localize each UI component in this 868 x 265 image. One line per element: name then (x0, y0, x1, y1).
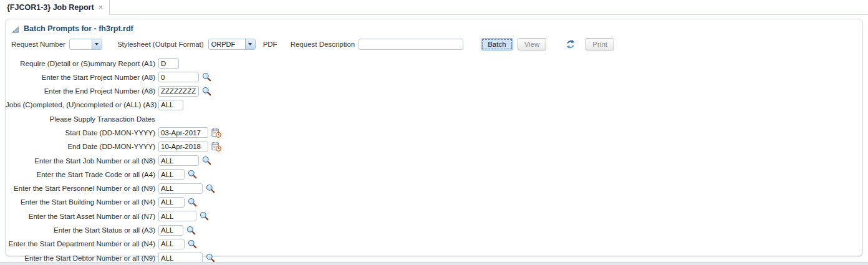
field-label: Enter the Start Building Number or all (… (6, 198, 155, 206)
search-icon[interactable] (202, 156, 211, 165)
field-label: End Date (DD-MON-YYYY) (6, 143, 155, 150)
output-format-text: PDF (263, 41, 277, 48)
chevron-down-icon[interactable] (245, 39, 255, 49)
field-input[interactable] (158, 155, 199, 166)
form-row: Enter the Start Personnel Number or all … (6, 183, 862, 194)
field-input[interactable] (158, 86, 199, 97)
bottom-splitter[interactable] (0, 262, 868, 265)
field-label: Enter the End Project Number (A8) (6, 87, 155, 95)
form-row: End Date (DD-MON-YYYY) (6, 142, 862, 152)
field-label: Require (D)etail or (S)ummary Report (A1… (6, 60, 155, 67)
panel-title: Batch Prompts for - fh3rpt.rdf (24, 24, 133, 33)
date-picker-icon[interactable] (211, 128, 221, 138)
field-label: Enter the Start Asset Number or all (N7) (6, 213, 155, 220)
batch-button[interactable]: Batch (481, 38, 513, 51)
form-row: Enter the Start Trade Code or all (A4) (6, 169, 862, 180)
field-input[interactable] (158, 211, 196, 221)
refresh-icon[interactable] (566, 39, 576, 49)
prompt-form: Require (D)etail or (S)ummary Report (A1… (6, 58, 862, 263)
field-label: Please Supply Transaction Dates (6, 115, 155, 123)
search-icon[interactable] (202, 87, 211, 96)
field-label: Enter the Start Job Number or all (N8) (6, 157, 155, 165)
field-input[interactable] (158, 225, 183, 236)
search-icon[interactable] (206, 253, 215, 263)
tab-bar: {FJCOR1-3} Job Report × (0, 0, 868, 15)
field-input[interactable] (158, 142, 208, 152)
form-row: Jobs (C)ompleted, (U)ncompleted or (ALL)… (6, 100, 862, 110)
request-number-value (70, 39, 92, 49)
field-input[interactable] (158, 100, 183, 110)
form-row: Enter the Start Project Number (A8) (6, 72, 862, 82)
search-icon[interactable] (188, 198, 197, 207)
search-icon[interactable] (186, 226, 196, 235)
field-label: Start Date (DD-MON-YYYY) (6, 129, 155, 137)
request-number-dropdown[interactable] (69, 39, 102, 50)
chevron-down-icon[interactable] (92, 39, 102, 49)
search-icon[interactable] (200, 211, 209, 221)
search-icon[interactable] (188, 170, 197, 179)
form-row: Enter the Start Building Number or all (… (6, 197, 862, 208)
field-label: Enter the Start Project Number (A8) (6, 74, 155, 81)
batch-prompts-panel: Batch Prompts for - fh3rpt.rdf Request N… (5, 19, 863, 256)
toolbar: Request Number Stylesheet (Output Format… (6, 36, 862, 52)
field-input[interactable] (158, 58, 179, 69)
search-icon[interactable] (188, 239, 197, 249)
request-description-label: Request Description (291, 41, 355, 48)
form-row: Enter the Start Department Number or all… (6, 239, 862, 249)
print-button[interactable]: Print (586, 38, 614, 51)
form-row: Enter the End Project Number (A8) (6, 86, 862, 97)
tab-job-report[interactable]: {FJCOR1-3} Job Report × (0, 0, 110, 15)
form-row: Please Supply Transaction Dates (6, 113, 862, 124)
field-input[interactable] (158, 169, 185, 180)
date-picker-icon[interactable] (211, 142, 221, 152)
tab-title: {FJCOR1-3} Job Report (7, 3, 94, 12)
stylesheet-dropdown[interactable]: ORPDF (208, 39, 256, 50)
field-label: Enter the Start Trade Code or all (A4) (6, 171, 155, 178)
field-input[interactable] (158, 239, 185, 249)
field-label: Enter the Start Department Number or all… (6, 240, 155, 248)
search-icon[interactable] (206, 184, 215, 193)
field-label: Enter the Start Status or all (A3) (6, 226, 155, 234)
field-input[interactable] (158, 183, 203, 194)
view-button[interactable]: View (518, 38, 547, 51)
form-row: Enter the Start Status or all (A3) (6, 225, 862, 236)
field-input[interactable] (158, 197, 185, 208)
request-description-input[interactable] (359, 39, 463, 50)
panel-header: Batch Prompts for - fh3rpt.rdf (6, 22, 862, 34)
field-label: Jobs (C)ompleted, (U)ncompleted or (ALL)… (6, 101, 155, 108)
search-icon[interactable] (202, 72, 211, 82)
close-icon[interactable]: × (99, 4, 104, 11)
field-label: Enter the Start Personnel Number or all … (6, 185, 155, 192)
field-label: Enter the Start Debtor Number or all (N9… (6, 254, 155, 262)
form-row: Start Date (DD-MON-YYYY) (6, 127, 862, 138)
stylesheet-value: ORPDF (209, 39, 245, 49)
stylesheet-label: Stylesheet (Output Format) (117, 41, 204, 48)
field-input[interactable] (158, 127, 208, 138)
request-number-label: Request Number (11, 41, 65, 48)
field-input[interactable] (158, 72, 199, 82)
form-row: Enter the Start Job Number or all (N8) (6, 155, 862, 166)
form-row: Enter the Start Asset Number or all (N7) (6, 211, 862, 221)
form-row: Require (D)etail or (S)ummary Report (A1… (6, 58, 862, 69)
disclosure-triangle-icon[interactable] (11, 25, 19, 33)
